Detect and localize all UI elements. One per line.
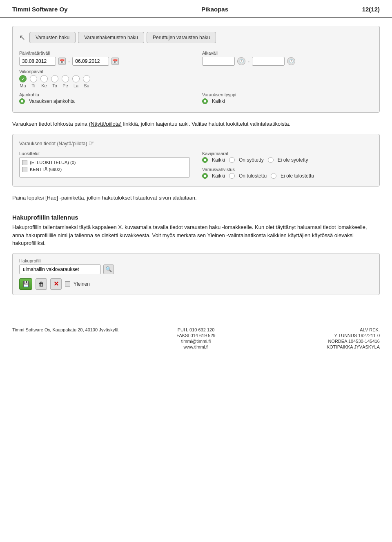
weekday-ke-checkbox[interactable] xyxy=(40,75,48,82)
varausvahvistus-ei-radio[interactable] xyxy=(271,173,276,179)
time-range-label: Aikaväli xyxy=(202,51,373,56)
body-text-3: Hakuprofiilin tallentamiseksi täytä kapp… xyxy=(12,223,380,247)
date-range-section: Päivämääräväli 📅 - 📅 xyxy=(19,51,190,69)
cancel-icon: ✕ xyxy=(53,280,59,288)
hakuprofiili-input[interactable] xyxy=(19,264,101,274)
weekday-la-checkbox[interactable] xyxy=(72,75,80,82)
yleinen-checkbox[interactable] xyxy=(65,281,70,287)
weekday-row: Ma Ti Ke To Pe xyxy=(19,75,373,88)
weekday-pe-checkbox[interactable] xyxy=(62,75,69,82)
weekdays-section: Viikonpäivät Ma Ti Ke To xyxy=(19,69,373,88)
varausvahvistus-label: Varausvahvistus xyxy=(202,167,373,172)
weekday-pe-label: Pe xyxy=(62,83,68,88)
time-range-row: 🕐 - 🕐 xyxy=(202,57,373,66)
weekday-su-label: Su xyxy=(84,83,89,88)
weekday-pe: Pe xyxy=(62,75,69,88)
hakuprofiili-search-btn[interactable]: 🔍 xyxy=(103,264,114,274)
weekday-ti-checkbox[interactable] xyxy=(30,75,37,82)
kavijamaaraat-label: Kävijämäärät xyxy=(202,151,373,156)
weekday-ke-label: Ke xyxy=(41,83,47,88)
kentta-label: KENTTÄ (6902) xyxy=(30,167,62,172)
weekday-su-checkbox[interactable] xyxy=(83,75,90,82)
ajankohta-radio[interactable] xyxy=(19,98,25,104)
weekday-ma-checkbox[interactable] xyxy=(19,75,27,82)
varausvahvistus-kaikki-radio[interactable] xyxy=(202,173,208,179)
clock-to-icon[interactable]: 🕐 xyxy=(287,57,295,65)
search-panel: ↖ Varausten haku Varaushakemusten haku P… xyxy=(12,26,380,113)
date-time-section: Päivämääräväli 📅 - 📅 Aikaväli 🕐 - 🕐 xyxy=(19,51,373,69)
panel2-nayta-link[interactable]: (Näytä/piilota) xyxy=(57,141,87,147)
varausvahvistus-ei-label: Ei ole tulostettu xyxy=(281,173,314,179)
time-range-section: Aikaväli 🕐 - 🕐 xyxy=(202,51,373,69)
kavijamaaraat-on-radio[interactable] xyxy=(229,157,235,163)
footer-legal-col: ALV REK. Y-TUNNUS 1927211-0 NORDEA 10453… xyxy=(257,327,380,349)
date-to-input[interactable] xyxy=(72,57,109,66)
varauksen-tyyppi-radio-group: Kaikki xyxy=(202,98,373,104)
footer-puh: PUH. 010 632 120 xyxy=(135,327,257,332)
tab-varaushakemusten-haku[interactable]: Varaushakemusten haku xyxy=(78,32,144,43)
date-from-input[interactable] xyxy=(19,57,56,66)
tab-peruttujen-haku[interactable]: Peruttujen varausten haku xyxy=(147,32,216,43)
footer-legal: ALV REK. Y-TUNNUS 1927211-0 NORDEA 10453… xyxy=(257,327,380,349)
footer-ytunnus: Y-TUNNUS 1927211-0 xyxy=(257,333,380,338)
time-from-input[interactable] xyxy=(202,57,235,66)
varausvahvistus-on-radio[interactable] xyxy=(229,173,235,179)
ajankohta-type-section: Ajankohta Varauksen ajankohta Varauksen … xyxy=(19,92,373,107)
ajankohta-radio-group: Varauksen ajankohta xyxy=(19,98,190,104)
kentta-checkbox[interactable] xyxy=(22,167,27,172)
kavijamaaraat-on-label: On syötetty xyxy=(239,157,264,163)
cancel-button[interactable]: ✕ xyxy=(50,278,62,290)
weekday-la-label: La xyxy=(74,83,78,88)
yleinen-label: Yleinen xyxy=(74,281,90,287)
action-buttons-row: 💾 🗑 ✕ Yleinen xyxy=(19,278,373,290)
body-text-2: Paina lopuksi [Hae] -painiketta, jolloin… xyxy=(12,194,380,202)
varauksen-tyyppi-section: Varauksen tyyppi Kaikki xyxy=(202,92,373,107)
varausvahvistus-kaikki-label: Kaikki xyxy=(212,173,225,179)
tab-varausten-haku[interactable]: Varausten haku xyxy=(29,32,76,43)
nayta-piilota-link[interactable]: (Näytä/piilota) xyxy=(89,121,122,127)
save-button[interactable]: 💾 xyxy=(19,278,32,290)
luokittelut-section: Luokittelut (EI LUOKITTELUA) (0) KENTTÄ … xyxy=(19,151,190,181)
clock-from-icon[interactable]: 🕐 xyxy=(237,57,245,65)
list-item-kentta: KENTTÄ (6902) xyxy=(22,166,187,173)
delete-button[interactable]: 🗑 xyxy=(36,278,47,290)
weekday-to: To xyxy=(51,75,58,88)
hakuprofiili-label: Hakuprofiili xyxy=(19,258,373,263)
kavijamaaraat-kaikki-radio[interactable] xyxy=(202,157,208,163)
footer-contact: PUH. 010 632 120 FAKSI 014 619 529 timmi… xyxy=(135,327,257,349)
weekday-ke: Ke xyxy=(40,75,48,88)
footer-company-address: Timmi Software Oy, Kauppakatu 20, 40100 … xyxy=(12,327,135,332)
kavijamaaraat-ei-radio[interactable] xyxy=(268,157,274,163)
ajankohta-radio-label: Varauksen ajankohta xyxy=(29,98,75,104)
varauksen-tiedot-panel: Varauksen tiedot (Näytä/piilota) ☞ Luoki… xyxy=(12,134,380,187)
cal-from-icon[interactable]: 📅 xyxy=(58,58,66,65)
document-title: Pikaopas xyxy=(201,6,228,13)
ajankohta-section: Ajankohta Varauksen ajankohta xyxy=(19,92,190,107)
weekday-la: La xyxy=(72,75,80,88)
tab-row: ↖ Varausten haku Varaushakemusten haku P… xyxy=(19,32,373,43)
page-footer: Timmi Software Oy, Kauppakatu 20, 40100 … xyxy=(0,323,392,353)
page-header: Timmi Software Oy Pikaopas 12(12) xyxy=(0,0,392,18)
ei-luokittelua-checkbox[interactable] xyxy=(22,160,27,165)
luokittelut-list: (EI LUOKITTELUA) (0) KENTTÄ (6902) xyxy=(19,157,190,178)
weekday-ma-label: Ma xyxy=(20,83,26,88)
cal-to-icon[interactable]: 📅 xyxy=(111,58,119,65)
footer-company: Timmi Software Oy, Kauppakatu 20, 40100 … xyxy=(12,327,135,332)
main-content: ↖ Varausten haku Varaushakemusten haku P… xyxy=(0,26,392,315)
dash: - xyxy=(68,58,70,64)
footer-www: www.timmi.fi xyxy=(135,344,257,349)
page-number: 12(12) xyxy=(362,6,380,13)
kavijamaaraat-kaikki-label: Kaikki xyxy=(212,157,225,163)
footer-nordea: NORDEA 104530-145416 xyxy=(257,339,380,344)
luokittelut-label: Luokittelut xyxy=(19,151,190,156)
varausvahvistus-on-label: On tulostettu xyxy=(239,173,267,179)
weekday-to-label: To xyxy=(52,83,57,88)
weekday-to-checkbox[interactable] xyxy=(51,75,58,82)
hand-cursor-icon: ☞ xyxy=(89,140,94,147)
panel2-title: Varauksen tiedot (Näytä/piilota) ☞ xyxy=(19,139,373,147)
varauksen-tyyppi-radio[interactable] xyxy=(202,98,208,104)
company-name: Timmi Software Oy xyxy=(12,6,68,13)
body-text-1: Varauksen tiedot lohkosta paina (Näytä/p… xyxy=(12,120,380,128)
time-to-input[interactable] xyxy=(252,57,285,66)
save-icon: 💾 xyxy=(22,281,29,287)
